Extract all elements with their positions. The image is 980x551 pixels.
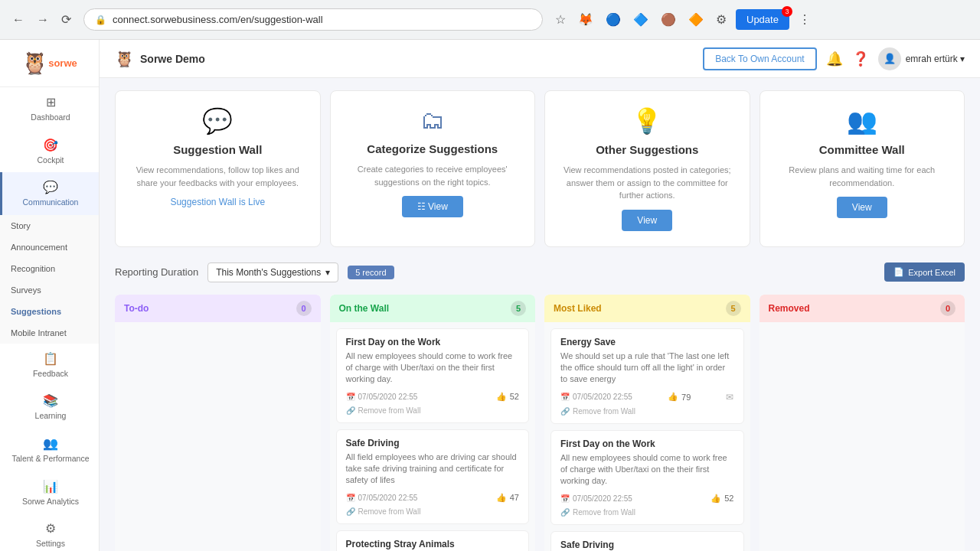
reporting-duration-select[interactable]: This Month's Suggestions ▾: [207, 262, 338, 282]
kanban-board: To-do 0 On the Wall 5 First Day on the W…: [115, 295, 965, 552]
card-likes: 👍47: [496, 493, 519, 503]
remove-from-wall-button[interactable]: 🔗Remove from Wall: [560, 508, 734, 517]
browser-chrome: ← → ⟳ 🔒 connect.sorwebusiness.com/en/sug…: [0, 0, 980, 40]
other-suggestions-title: Other Suggestions: [596, 143, 698, 156]
address-bar[interactable]: 🔒 connect.sorwebusiness.com/en/suggestio…: [83, 8, 543, 31]
suggestion-wall-icon: 💬: [202, 106, 233, 135]
extension-icon4[interactable]: 🟤: [658, 9, 679, 30]
onwall-cards: First Day on the Work All new employees …: [330, 322, 536, 552]
card-title: First Day on the Work: [560, 439, 734, 449]
card-date: 📅07/05/2020 22:55: [560, 393, 632, 401]
extension-icon1[interactable]: 🦊: [575, 9, 596, 30]
forward-button[interactable]: →: [34, 10, 52, 30]
browser-nav: ← → ⟳: [0, 9, 83, 30]
user-avatar: 👤: [878, 47, 901, 70]
sidebar-logo: 🦉 sorwe: [0, 40, 99, 87]
back-to-account-button[interactable]: Back To Own Account: [703, 47, 817, 70]
sidebar-item-settings[interactable]: ⚙ Settings: [0, 514, 99, 551]
card-desc: All field employees who are driving car …: [346, 452, 520, 487]
kanban-column-onwall: On the Wall 5 First Day on the Work All …: [330, 295, 536, 552]
removed-label: Removed: [769, 303, 810, 314]
refresh-button[interactable]: ⟳: [58, 9, 74, 30]
export-excel-button[interactable]: 📄 Export Excel: [884, 262, 965, 282]
main-content: 🦉 Sorwe Demo Back To Own Account 🔔 ❓ 👤 e…: [100, 40, 980, 551]
suggestion-wall-link[interactable]: Suggestion Wall is Live: [170, 197, 265, 207]
extensions-icon[interactable]: ⚙: [713, 9, 730, 30]
brand-logo: 🦉 Sorwe Demo: [115, 50, 205, 68]
bookmark-icon[interactable]: ☆: [552, 9, 569, 30]
card-title: Protecting Stray Animals: [346, 539, 520, 549]
extension-icon2[interactable]: 🔵: [603, 9, 624, 30]
extension-icon5[interactable]: 🔶: [685, 9, 707, 30]
card-title: First Day on the Work: [346, 337, 520, 347]
suggestion-wall-desc: View recommendations, follow top likes a…: [128, 164, 308, 189]
committee-wall-view-button[interactable]: View: [837, 197, 887, 218]
removed-count: 0: [940, 301, 956, 316]
record-count-badge: 5 record: [348, 266, 394, 279]
top-bar: 🦉 Sorwe Demo Back To Own Account 🔔 ❓ 👤 e…: [100, 40, 980, 78]
sidebar-item-learning[interactable]: 📚 Learning: [0, 386, 99, 429]
remove-from-wall-button[interactable]: 🔗Remove from Wall: [560, 407, 734, 416]
help-icon[interactable]: ❓: [852, 51, 869, 67]
communication-submenu: Story Announcement Recognition Surveys S…: [0, 215, 99, 344]
analytics-icon: 📊: [43, 479, 58, 494]
sidebar-item-story[interactable]: Story: [0, 215, 99, 236]
sidebar-item-recognition[interactable]: Recognition: [0, 258, 99, 279]
sidebar-item-cockpit[interactable]: 🎯 Cockpit: [0, 130, 99, 173]
url-text: connect.sorwebusiness.com/en/suggestion-…: [113, 14, 323, 25]
extension-icon3[interactable]: 🔷: [630, 9, 652, 30]
sidebar-item-announcement[interactable]: Announcement: [0, 236, 99, 258]
todo-cards: [115, 322, 321, 334]
reporting-bar: Reporting Duration This Month's Suggesti…: [115, 262, 965, 282]
sidebar-item-sorwe-analytics[interactable]: 📊 Sorwe Analytics: [0, 471, 99, 514]
learning-icon: 📚: [43, 393, 58, 408]
lock-icon: 🔒: [95, 15, 106, 25]
dashboard-icon: ⊞: [46, 95, 56, 109]
todo-count: 0: [296, 301, 312, 316]
card-footer: 📅07/05/2020 22:55 👍52: [560, 494, 734, 504]
suggestion-card: Safe Driving All field employees who are…: [550, 531, 744, 551]
sidebar-item-dashboard[interactable]: ⊞ Dashboard: [0, 87, 99, 130]
sidebar-item-suggestions[interactable]: Suggestions: [0, 301, 99, 322]
categorize-icon: 🗂: [420, 106, 445, 135]
suggestion-card: First Day on the Work All new employees …: [550, 430, 744, 525]
reporting-duration-label: Reporting Duration: [115, 266, 198, 278]
suggestion-wall-card: 💬 Suggestion Wall View recommendations, …: [115, 90, 321, 247]
kanban-header-todo: To-do 0: [115, 295, 321, 322]
menu-icon[interactable]: ⋮: [795, 9, 814, 30]
suggestion-card: Protecting Stray Animals Let's we built …: [336, 530, 530, 551]
sidebar-item-communication[interactable]: 💬 Communication: [0, 172, 99, 215]
card-date: 📅07/05/2020 22:55: [346, 494, 418, 502]
export-label: Export Excel: [908, 268, 956, 277]
suggestion-wall-title: Suggestion Wall: [173, 143, 262, 156]
card-footer: 📅07/05/2020 22:55 👍52: [346, 392, 520, 402]
card-likes: 👍52: [496, 392, 519, 402]
card-footer: 📅07/05/2020 22:55 👍47: [346, 493, 520, 503]
sidebar-item-mobile-intranet[interactable]: Mobile Intranet: [0, 322, 99, 344]
kanban-header-mostliked: Most Liked 5: [544, 295, 750, 322]
todo-label: To-do: [124, 303, 149, 314]
categorize-view-button[interactable]: ☷ View: [402, 196, 463, 217]
suggestion-card: First Day on the Work All new employees …: [336, 328, 530, 423]
sidebar-item-feedback[interactable]: 📋 Feedback: [0, 344, 99, 386]
communication-icon: 💬: [43, 180, 58, 194]
browser-toolbar: ☆ 🦊 🔵 🔷 🟤 🔶 ⚙ Update 3 ⋮: [543, 9, 823, 30]
feedback-icon: 📋: [43, 351, 58, 366]
card-footer: 📅07/05/2020 22:55 👍79 ✉: [560, 392, 734, 403]
top-bar-right: Back To Own Account 🔔 ❓ 👤 emrah ertürk ▾: [703, 47, 965, 70]
kanban-column-removed: Removed 0: [760, 295, 965, 552]
talent-icon: 👥: [43, 436, 58, 451]
sidebar-item-surveys[interactable]: Surveys: [0, 279, 99, 301]
back-button[interactable]: ←: [9, 10, 28, 30]
mostliked-label: Most Liked: [554, 303, 602, 314]
suggestion-card: Energy Save We should set up a rule that…: [550, 328, 744, 424]
notifications-icon[interactable]: 🔔: [826, 51, 843, 67]
sidebar-item-talent-performance[interactable]: 👥 Talent & Performance: [0, 429, 99, 471]
remove-from-wall-button[interactable]: 🔗Remove from Wall: [346, 507, 520, 516]
remove-from-wall-button[interactable]: 🔗Remove from Wall: [346, 406, 520, 415]
other-suggestions-view-button[interactable]: View: [622, 210, 672, 231]
user-menu[interactable]: 👤 emrah ertürk ▾: [878, 47, 965, 70]
settings-icon: ⚙: [45, 521, 56, 536]
card-desc: We should set up a rule that 'The last o…: [560, 350, 734, 386]
feature-cards: 💬 Suggestion Wall View recommendations, …: [115, 90, 965, 247]
